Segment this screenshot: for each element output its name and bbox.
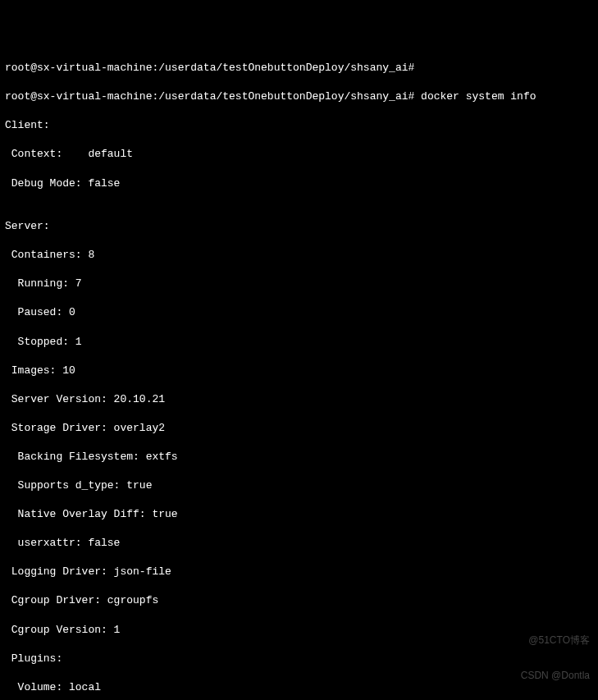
output-client-header: Client: <box>5 118 593 133</box>
output-server-header: Server: <box>5 219 593 234</box>
watermark-line-1: @51CTO博客 <box>521 634 590 646</box>
output-paused: Paused: 0 <box>5 305 593 320</box>
output-client-debug: Debug Mode: false <box>5 176 593 191</box>
output-cgroup-driver: Cgroup Driver: cgroupfs <box>5 593 593 608</box>
output-client-context: Context: default <box>5 147 593 162</box>
terminal-command-line: root@sx-virtual-machine:/userdata/testOn… <box>5 89 593 104</box>
output-images: Images: 10 <box>5 364 593 378</box>
output-server-version: Server Version: 20.10.21 <box>5 392 593 407</box>
output-logging-driver: Logging Driver: json-file <box>5 565 593 579</box>
output-running: Running: 7 <box>5 277 593 291</box>
watermark-line-2: CSDN @Dontla <box>521 670 590 681</box>
output-storage-driver: Storage Driver: overlay2 <box>5 421 593 436</box>
output-containers: Containers: 8 <box>5 248 593 263</box>
output-backing-fs: Backing Filesystem: extfs <box>5 450 593 464</box>
watermark: @51CTO博客 CSDN @Dontla <box>521 611 590 693</box>
output-volume: Volume: local <box>5 680 593 695</box>
output-supports-dtype: Supports d_type: true <box>5 478 593 493</box>
output-userxattr: userxattr: false <box>5 536 593 551</box>
output-cgroup-version: Cgroup Version: 1 <box>5 623 593 638</box>
terminal-prompt-line: root@sx-virtual-machine:/userdata/testOn… <box>5 61 593 75</box>
output-plugins: Plugins: <box>5 652 593 666</box>
output-stopped: Stopped: 1 <box>5 335 593 350</box>
output-native-overlay: Native Overlay Diff: true <box>5 507 593 522</box>
